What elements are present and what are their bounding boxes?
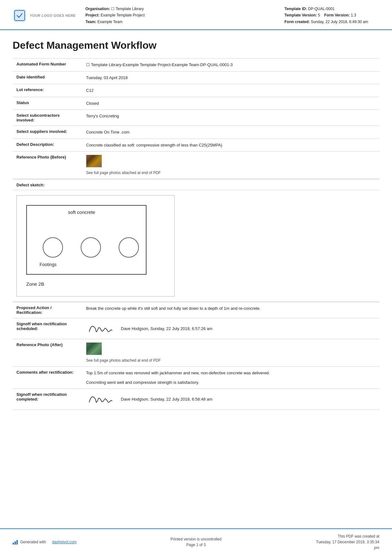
info-table-lower: Proposed Action / Rectification: Break t… [13,302,379,410]
table-row: Select suppliers involved: Concrete On T… [13,126,379,139]
signoff-scheduled-person: Dave Hodgson, Sunday, 22 July 2018, 6:57… [121,326,213,332]
org-value: ☐ Template Library [111,7,144,11]
form-version-value: 1.3 [351,13,356,17]
table-row: Reference Photo (After) See full page ph… [13,339,379,367]
page: YOUR LOGO GOES HERE Organisation: ☐ Temp… [0,0,392,555]
field-label: Defect Description: [13,139,82,152]
sketch-soft-concrete-text: soft concrete [68,209,95,215]
version-line: Template Version: 5 Form Version: 1.3 [284,12,379,18]
field-label: Select suppliers involved: [13,126,82,139]
logo-block: YOUR LOGO GOES HERE [13,9,76,22]
footer-right-line2: Tuesday, 17 December 2019, 3:35:34 [316,540,379,544]
form-created-label: Form created: [284,20,310,24]
signoff-completed-person: Dave Hodgson, Sunday, 22 July 2018, 6:58… [121,396,213,402]
field-value: Concrete classified as soft: compressive… [82,139,379,152]
sketch-circle-1 [43,237,63,258]
field-label-comments-after: Comments after rectification: [13,367,82,389]
team-value: Example Team [97,20,122,24]
org-label: Organisation: [85,7,110,11]
table-row: Select subcontractors involved: Terry's … [13,110,379,126]
field-label: Automated Form Number [13,59,82,72]
template-id-line: Template ID: DP-QUAL-0001 [284,6,379,12]
table-row: Proposed Action / Rectification: Break t… [13,302,379,318]
table-row: Automated Form Number ☐ Template Library… [13,59,379,72]
field-value-comments-after: Top 1.5m of concrete was removed with ja… [82,367,379,389]
header-center: Organisation: ☐ Template Library Project… [85,6,275,25]
field-value: ☐ Template Library-Example Template Proj… [82,59,379,72]
table-row: Status Closed [13,97,379,110]
sketch-circle-2 [81,237,101,258]
main-content: Defect Management Workflow Automated For… [0,30,392,528]
team-label: Team: [85,20,96,24]
field-value: Closed [82,97,379,110]
field-value-signoff-completed: Dave Hodgson, Sunday, 22 July 2018, 6:58… [82,389,379,410]
org-line: Organisation: ☐ Template Library [85,6,275,12]
footer-generated-text: Generated with [20,539,46,545]
sketch-section: Defect sketch: soft concrete Footings [13,179,379,302]
svg-rect-0 [13,9,26,22]
field-label: Status [13,97,82,110]
template-id-value: DP-QUAL-0001 [308,7,334,11]
field-value-ref-photo-after: See full page photos attached at end of … [82,339,379,367]
field-label-ref-photo-after: Reference Photo (After) [13,339,82,367]
photo-thumbnail-before [86,155,102,167]
footer-center-line2: Page 1 of 3 [186,543,206,547]
field-label: Select subcontractors involved: [13,110,82,126]
team-line: Team: Example Team [85,19,275,25]
photo-caption-after: See full page photos attached at end of … [86,358,376,363]
template-version-value: 5 [318,13,320,17]
table-row: Signoff when rectification scheduled: Da… [13,318,379,339]
sketch-circle-3 [119,237,139,258]
field-value: Terry's Concreting [82,110,379,126]
footer: Generated with dashpivot.com Printed ver… [0,528,392,555]
footer-center-line1: Printed version is uncontrolled [171,537,221,541]
field-value: C12 [82,84,379,97]
footer-col-right: This PDF was created at Tuesday, 17 Dece… [257,533,379,551]
sketch-label: Defect sketch: [13,179,379,190]
form-created-line: Form created: Sunday, 22 July 2018, 6:49… [284,19,379,25]
table-row: Signoff when rectification completed: Da… [13,389,379,410]
sketch-container: soft concrete Footings Zone 2B [13,190,379,302]
photo-thumbnail-after [86,342,102,355]
field-label-ref-photo-before: Reference Photo (Before) [13,152,82,179]
info-table: Automated Form Number ☐ Template Library… [13,58,379,179]
signature-scheduled [86,321,115,336]
logo-icon [13,9,27,22]
footer-generated-link[interactable]: dashpivot.com [52,539,77,545]
footer-col-center: Printed version is uncontrolled Page 1 o… [135,536,257,548]
field-label: Date identified [13,71,82,84]
header: YOUR LOGO GOES HERE Organisation: ☐ Temp… [0,0,392,30]
field-label-proposed-action: Proposed Action / Rectification: [13,302,82,318]
table-row: Lot reference: C12 [13,84,379,97]
form-version-label: Form Version: [324,13,350,17]
photo-caption-before: See full page photos attached at end of … [86,170,376,176]
field-value-ref-photo-before: See full page photos attached at end of … [82,152,379,179]
project-line: Project: Example Template Project [85,12,275,18]
table-row: Date identified Tuesday, 03 April 2018 [13,71,379,84]
project-label: Project: [85,13,100,17]
sketch-box: soft concrete Footings [26,205,146,275]
table-row: Comments after rectification: Top 1.5m o… [13,367,379,389]
field-value: Concrete On Time .com [82,126,379,139]
field-label-signoff-completed: Signoff when rectification completed: [13,389,82,410]
logo-text: YOUR LOGO GOES HERE [30,14,76,17]
form-created-value: Sunday, 22 July 2018, 6:49:30 am [311,20,368,24]
field-label-signoff-scheduled: Signoff when rectification scheduled: [13,318,82,339]
footer-right-line3: pm [374,546,379,550]
sketch-footings-text: Footings [40,262,57,267]
signature-completed [86,392,115,406]
footer-col-left: Generated with dashpivot.com [13,539,135,545]
page-title: Defect Management Workflow [13,40,379,51]
table-row: Reference Photo (Before) See full page p… [13,152,379,179]
comments-line-1: Top 1.5m of concrete was removed with ja… [86,370,376,376]
table-row: Defect Description: Concrete classified … [13,139,379,152]
field-value: Tuesday, 03 April 2018 [82,71,379,84]
footer-right-line1: This PDF was created at [338,534,379,539]
header-right: Template ID: DP-QUAL-0001 Template Versi… [284,6,379,25]
field-value-proposed-action: Break the concrete up while it's still s… [82,302,379,318]
comments-line-2: Concreting went well and compressive str… [86,379,376,386]
template-version-label: Template Version: [284,13,317,17]
field-label: Lot reference: [13,84,82,97]
sketch-inner: soft concrete Footings Zone 2B [16,195,175,296]
dashpivot-bar-icon [13,539,18,545]
